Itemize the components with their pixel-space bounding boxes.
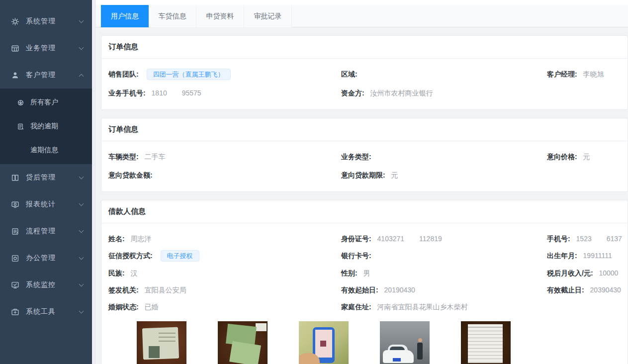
- field-home-address: 家庭住址: 河南省宜阳县花果山乡木柴村: [341, 301, 547, 312]
- user-icon: [11, 71, 19, 80]
- field-business-type: 业务类型:: [341, 151, 547, 162]
- order-info-card-1: 订单信息 销售团队: 四团一营（直属王鹏飞） 区域: 客户经理:: [101, 35, 628, 110]
- detail-tabbar: 用户信息 车贷信息 申贷资料 审批记录: [96, 5, 628, 27]
- field-intent-loan-amount: 意向贷款金额:: [108, 170, 341, 181]
- credit-auth-tag: 电子授权: [161, 250, 199, 262]
- field-credit-auth-method: 征信授权方式: 电子授权: [108, 250, 341, 262]
- top-strip: [96, 0, 628, 5]
- tab-approval-records[interactable]: 审批记录: [244, 5, 292, 27]
- field-business-phone: 业务手机号: 181095575: [108, 88, 341, 98]
- toolbox-icon: [11, 308, 19, 316]
- field-intent-loan-term: 意向贷款期限: 元: [341, 170, 547, 181]
- field-monthly-income: 税后月收入/元: 10000: [547, 268, 622, 278]
- gear-icon: [11, 17, 19, 26]
- sidebar-item-label: 办公管理: [26, 254, 80, 263]
- sidebar-item-report-statistics[interactable]: 报表统计: [0, 191, 92, 218]
- photo-person-with-car[interactable]: [380, 321, 430, 364]
- chevron-down-icon: [79, 228, 84, 233]
- field-name: 姓名: 周志洋: [108, 233, 341, 244]
- field-funder: 资金方: 汝州市农村商业银行: [341, 88, 547, 98]
- field-id-number: 身份证号: 4103271112819: [341, 233, 547, 244]
- card-title: 订单信息: [101, 118, 628, 141]
- sidebar-subitem-all-customers[interactable]: 所有客户: [0, 91, 92, 114]
- chevron-down-icon: [79, 18, 84, 23]
- borrower-info-card: 借款人信息 姓名: 周志洋 身份证号: 4103271112819 手机号:: [101, 200, 628, 364]
- field-valid-to: 有效截止日: 20390430: [547, 284, 622, 295]
- sidebar-item-system-management[interactable]: 系统管理: [0, 8, 92, 35]
- chevron-down-icon: [79, 175, 84, 180]
- field-sales-team: 销售团队: 四团一营（直属王鹏飞）: [108, 69, 341, 80]
- field-gender: 性别: 男: [341, 268, 547, 278]
- tab-loan-application-docs[interactable]: 申贷资料: [196, 5, 244, 27]
- card-title: 借款人信息: [101, 200, 628, 223]
- sidebar-item-label: 客户管理: [26, 71, 80, 80]
- tab-car-loan-info[interactable]: 车贷信息: [149, 5, 196, 27]
- card-title: 订单信息: [101, 36, 628, 59]
- redaction-patch: [167, 91, 182, 96]
- grid-icon: [11, 44, 19, 53]
- sidebar-item-label: 流程管理: [26, 227, 80, 236]
- sidebar-subitem-my-overdue[interactable]: 我的逾期: [0, 114, 92, 138]
- monitor-check-icon: [11, 281, 19, 289]
- chevron-down-icon: [79, 45, 84, 50]
- tab-user-info[interactable]: 用户信息: [101, 5, 149, 27]
- field-ethnicity: 民族: 汉: [108, 268, 341, 278]
- sidebar-scrollbar-gutter[interactable]: [92, 0, 95, 364]
- chevron-up-icon: [79, 74, 84, 79]
- sidebar-item-process-management[interactable]: 流程管理: [0, 218, 92, 245]
- wheel-icon: [17, 99, 24, 106]
- order-info-card-2: 订单信息 车辆类型: 二手车 业务类型: 意向价格: 元: [101, 118, 628, 192]
- field-account-manager: 客户经理: 李晓旭: [547, 69, 622, 80]
- customer-management-submenu: 所有客户 我的逾期 逾期信息: [0, 89, 92, 164]
- sidebar-item-business-management[interactable]: 业务管理: [0, 35, 92, 62]
- clipboard-icon: [11, 227, 19, 236]
- sidebar-subitem-label: 所有客户: [30, 98, 58, 107]
- monitor-chart-icon: [11, 200, 19, 209]
- chevron-down-icon: [79, 201, 84, 206]
- photo-handwritten-document[interactable]: [461, 321, 511, 364]
- field-valid-from: 有效起始日: 20190430: [341, 284, 547, 295]
- sidebar-item-label: 系统管理: [26, 17, 80, 26]
- square-circle-icon: [11, 254, 19, 263]
- field-vehicle-type: 车辆类型: 二手车: [108, 151, 341, 162]
- sidebar-item-label: 报表统计: [26, 200, 80, 209]
- field-mobile: 手机号: 15236137: [547, 233, 622, 244]
- field-issuing-authority: 签发机关: 宜阳县公安局: [108, 284, 341, 295]
- photo-id-card[interactable]: [137, 321, 186, 364]
- main-content: 用户信息 车贷信息 申贷资料 审批记录 订单信息 销售团队: 四团一营（直属王鹏…: [92, 0, 628, 364]
- sidebar-subitem-label: 逾期信息: [30, 146, 58, 155]
- field-birth-date: 出生年月: 19911111: [547, 250, 622, 262]
- sidebar-item-system-tools[interactable]: 系统工具: [0, 298, 92, 325]
- sidebar-item-system-monitoring[interactable]: 系统监控: [0, 272, 92, 298]
- chevron-down-icon: [79, 309, 84, 314]
- chevron-down-icon: [79, 255, 84, 260]
- document-icon: [17, 123, 24, 130]
- page-body: 订单信息 销售团队: 四团一营（直属王鹏飞） 区域: 客户经理:: [96, 27, 628, 364]
- sidebar-item-label: 系统监控: [26, 280, 80, 289]
- document-photos: 身份证照 驾驶证正副页 征信授权: [137, 321, 622, 364]
- sales-team-tag: 四团一营（直属王鹏飞）: [147, 69, 231, 80]
- sidebar-subitem-overdue-info[interactable]: 逾期信息: [0, 138, 92, 162]
- photo-license-booklet[interactable]: [218, 321, 268, 364]
- field-bank-card: 银行卡号:: [341, 250, 547, 262]
- field-region: 区域:: [341, 69, 547, 80]
- chevron-down-icon: [79, 282, 84, 287]
- field-intent-price: 意向价格: 元: [547, 151, 622, 162]
- photo-phone-qr-auth[interactable]: [299, 321, 349, 364]
- redaction-patch: [592, 236, 607, 242]
- book-icon: [11, 174, 19, 182]
- sidebar-subitem-label: 我的逾期: [30, 122, 58, 131]
- sidebar-item-office-management[interactable]: 办公管理: [0, 245, 92, 272]
- field-marital-status: 婚姻状态: 已婚: [108, 301, 341, 312]
- redaction-patch: [404, 236, 419, 242]
- sidebar-item-postloan-management[interactable]: 贷后管理: [0, 164, 92, 191]
- sidebar-item-label: 业务管理: [26, 44, 80, 53]
- sidebar-item-label: 贷后管理: [26, 173, 80, 182]
- sidebar: 系统管理 业务管理 客户管理 所有客户 我的逾期 逾期信息 贷后管理 报表统计: [0, 0, 92, 364]
- sidebar-item-customer-management[interactable]: 客户管理: [0, 62, 92, 89]
- sidebar-item-label: 系统工具: [26, 307, 80, 316]
